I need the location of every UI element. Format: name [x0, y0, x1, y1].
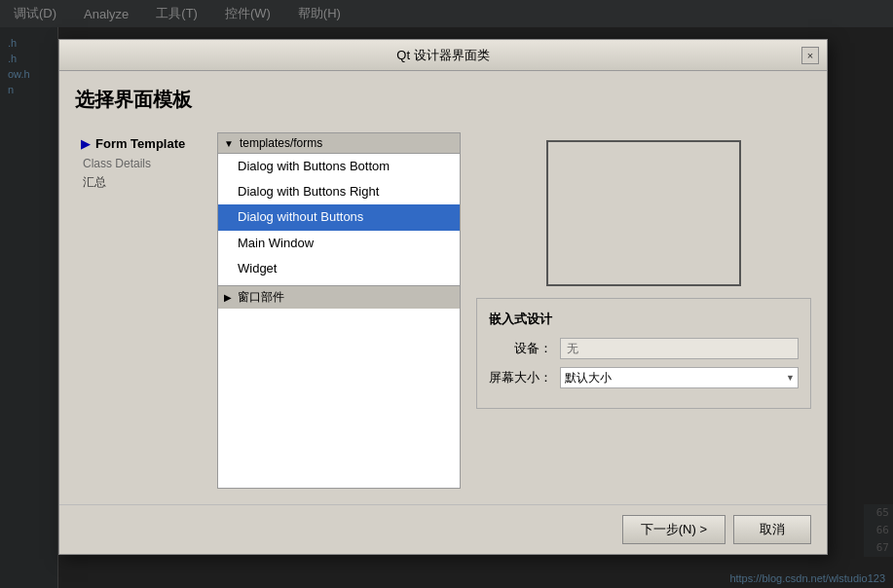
tree-item-widget[interactable]: Widget: [218, 256, 460, 281]
wizard-step-class-details[interactable]: Class Details: [75, 155, 202, 172]
tree-group-header[interactable]: ▼ templates/forms: [218, 133, 460, 154]
tree-item-dialog-buttons-right[interactable]: Dialog with Buttons Right: [218, 179, 460, 204]
template-tree: ▼ templates/forms Dialog with Buttons Bo…: [217, 132, 461, 489]
dialog-titlebar: Qt 设计器界面类 ×: [59, 40, 827, 71]
template-list-container: ▼ templates/forms Dialog with Buttons Bo…: [217, 132, 461, 489]
tree-group-label: templates/forms: [240, 136, 322, 150]
close-button[interactable]: ×: [801, 47, 819, 64]
screen-size-select-wrapper: 默认大小 320×240 640×480 800×600: [560, 367, 799, 388]
device-label: 设备：: [489, 340, 552, 357]
screen-size-select[interactable]: 默认大小 320×240 640×480 800×600: [560, 367, 799, 388]
embedded-design-section: 嵌入式设计 设备： 屏幕大小： 默认大小 320×240 6: [476, 298, 811, 409]
template-preview-box: [546, 140, 741, 286]
screen-size-row: 屏幕大小： 默认大小 320×240 640×480 800×600: [489, 367, 799, 388]
wizard-arrow-icon: ▶: [81, 137, 90, 151]
tree-item-dialog-buttons-bottom[interactable]: Dialog with Buttons Bottom: [218, 154, 460, 179]
screen-size-label: 屏幕大小：: [489, 369, 552, 386]
wizard-step-label: Form Template: [95, 136, 185, 151]
tree-subgroup-label: 窗口部件: [238, 289, 284, 306]
tree-subgroup-arrow-icon: ▶: [224, 292, 232, 303]
tree-item-dialog-no-buttons[interactable]: Dialog without Buttons: [218, 204, 460, 230]
tree-item-main-window[interactable]: Main Window: [218, 231, 460, 256]
dialog-footer: 下一步(N) > 取消: [59, 504, 827, 554]
dialog-body: 选择界面模板 ▶ Form Template Class Details 汇总 …: [59, 71, 827, 504]
device-input[interactable]: [560, 338, 799, 359]
next-button[interactable]: 下一步(N) >: [622, 515, 726, 544]
cancel-button[interactable]: 取消: [733, 515, 811, 544]
dialog-heading: 选择界面模板: [75, 87, 811, 113]
wizard-nav: ▶ Form Template Class Details 汇总: [75, 132, 202, 489]
wizard-step-summary[interactable]: 汇总: [75, 172, 202, 193]
embedded-title: 嵌入式设计: [489, 311, 799, 328]
wizard-step-form-template[interactable]: ▶ Form Template: [75, 132, 202, 155]
dialog-content: ▶ Form Template Class Details 汇总 ▼ templ…: [75, 132, 811, 489]
qt-designer-dialog: Qt 设计器界面类 × 选择界面模板 ▶ Form Template Class…: [58, 39, 828, 555]
dialog-title: Qt 设计器界面类: [396, 47, 489, 64]
device-row: 设备：: [489, 338, 799, 359]
preview-area: 嵌入式设计 设备： 屏幕大小： 默认大小 320×240 6: [476, 132, 811, 489]
tree-subgroup-widgets[interactable]: ▶ 窗口部件: [218, 285, 460, 309]
tree-expand-icon: ▼: [224, 138, 234, 149]
